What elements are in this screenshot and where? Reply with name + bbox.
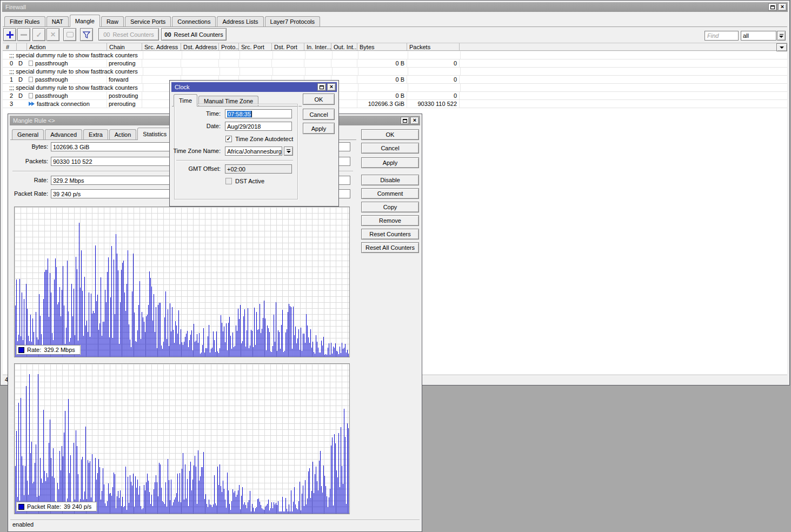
column-header-in-interface[interactable]: In. Inter...	[304, 43, 331, 50]
apply-button[interactable]: Apply	[361, 157, 419, 168]
dst-active-label: DST Active	[235, 178, 264, 185]
ok-button[interactable]: OK	[361, 129, 419, 140]
funnel-icon	[83, 31, 90, 38]
cancel-button[interactable]: Cancel	[361, 143, 419, 154]
remove-button[interactable]	[17, 28, 30, 41]
cross-icon: ✕	[50, 31, 56, 38]
column-header-src-address[interactable]: Src. Address	[142, 43, 181, 50]
apply-button[interactable]: Apply	[303, 123, 335, 134]
time-field[interactable]: 07:58:35	[225, 109, 292, 118]
filter-dropdown-button[interactable]	[777, 31, 786, 41]
fasttrack-icon	[29, 102, 35, 106]
tab-connections[interactable]: Connections	[172, 16, 216, 26]
time-zone-dropdown-button[interactable]	[284, 147, 293, 156]
rule-packets: 0	[407, 92, 460, 99]
rule-row[interactable]: 1Dpassthroughforward0 B0	[3, 76, 787, 84]
column-header-out-interface[interactable]: Out. Int...	[331, 43, 357, 50]
selected-text: 07:58:35	[227, 111, 251, 117]
column-header-bytes[interactable]: Bytes	[357, 43, 407, 50]
packet-rate-graph-plot	[15, 364, 349, 514]
window-title: Clock	[175, 84, 190, 90]
enable-button[interactable]: ✓	[32, 28, 45, 41]
check-icon: ✓	[36, 31, 42, 39]
add-button[interactable]	[3, 28, 16, 41]
rule-row[interactable]: 3fasttrack connectionprerouting102696.3 …	[3, 100, 787, 108]
tab-time[interactable]: Time	[174, 94, 197, 107]
counters-badge: 00	[164, 31, 171, 38]
rule-bytes: 0 B	[357, 92, 407, 99]
disable-button[interactable]: ✕	[46, 28, 59, 41]
maximize-icon	[403, 119, 407, 123]
minus-icon	[21, 34, 27, 36]
filter-button[interactable]	[80, 28, 93, 41]
maximize-button[interactable]	[317, 83, 326, 91]
comment-row[interactable]: ;;; special dummy rule to show fasttrack…	[3, 84, 787, 92]
find-input[interactable]	[704, 31, 739, 41]
legend-swatch	[18, 347, 24, 353]
rule-packets: 0	[407, 76, 460, 83]
date-field[interactable]: Aug/29/2018	[225, 122, 292, 131]
column-header-flags[interactable]	[17, 43, 27, 50]
column-header-number[interactable]: #	[3, 43, 17, 50]
column-header-dst-address[interactable]: Dst. Address	[181, 43, 219, 50]
disable-button[interactable]: Disable	[361, 175, 419, 185]
tab-raw[interactable]: Raw	[101, 16, 124, 26]
tab-general[interactable]: General	[12, 129, 44, 139]
window-title: Firewall	[5, 4, 26, 10]
rule-action-cell: passthrough	[27, 76, 107, 83]
rule-bytes: 102696.3 GiB	[357, 100, 407, 108]
tab-service-ports[interactable]: Service Ports	[125, 16, 171, 26]
firewall-titlebar[interactable]: Firewall ×	[2, 2, 788, 12]
rule-row[interactable]: 2Dpassthroughpostrouting0 B0	[3, 92, 787, 100]
firewall-tabs: Filter Rules NAT Mangle Raw Service Port…	[3, 14, 787, 27]
reset-all-counters-button[interactable]: 00 Reset All Counters	[161, 28, 227, 41]
maximize-button[interactable]	[768, 3, 777, 11]
time-label: Time:	[176, 109, 221, 118]
maximize-icon	[320, 85, 324, 89]
ok-button[interactable]: OK	[303, 94, 335, 105]
tab-action[interactable]: Action	[109, 129, 137, 139]
maximize-button[interactable]	[401, 117, 409, 124]
column-header-protocol[interactable]: Proto...	[219, 43, 239, 50]
column-select-button[interactable]	[776, 43, 787, 51]
column-header-chain[interactable]: Chain	[107, 43, 142, 50]
comment-row[interactable]: ;;; special dummy rule to show fasttrack…	[3, 51, 787, 59]
tab-mangle[interactable]: Mangle	[70, 15, 100, 27]
comment-row[interactable]: ;;; special dummy rule to show fasttrack…	[3, 68, 787, 76]
column-header-src-port[interactable]: Src. Port	[239, 43, 272, 50]
text-caret	[251, 111, 252, 117]
rate-label: Rate:	[8, 176, 48, 185]
tab-filter-rules[interactable]: Filter Rules	[4, 16, 45, 26]
rule-flag: D	[17, 76, 27, 83]
clock-dialog: Clock × Time Manual Time Zone Time: 07:5…	[169, 80, 339, 207]
tab-nat[interactable]: NAT	[46, 16, 69, 26]
time-zone-autodetect-checkbox[interactable]	[225, 136, 232, 142]
tab-statistics[interactable]: Statistics	[137, 128, 172, 140]
tab-extra[interactable]: Extra	[83, 129, 108, 139]
cancel-button[interactable]: Cancel	[303, 109, 335, 120]
close-button[interactable]: ×	[327, 83, 336, 91]
clock-titlebar[interactable]: Clock ×	[171, 82, 337, 92]
copy-button[interactable]: Copy	[361, 202, 419, 212]
column-header-action[interactable]: Action	[27, 43, 107, 50]
column-header-dst-port[interactable]: Dst. Port	[272, 43, 304, 50]
comment-button[interactable]: Comment	[361, 188, 419, 199]
rate-graph: Rate: 329.2 Mbps	[14, 207, 350, 357]
rule-packets: 90330 110 522	[407, 100, 460, 108]
rule-flag: D	[17, 92, 27, 99]
filter-select[interactable]: all	[741, 31, 776, 41]
reset-all-counters-button[interactable]: Reset All Counters	[361, 242, 419, 253]
tab-advanced[interactable]: Advanced	[45, 129, 82, 139]
remove-button[interactable]: Remove	[361, 215, 419, 226]
comment-button[interactable]	[63, 28, 76, 41]
tab-layer7-protocols[interactable]: Layer7 Protocols	[265, 16, 321, 26]
reset-counters-button[interactable]: Reset Counters	[361, 229, 419, 240]
column-header-packets[interactable]: Packets	[407, 43, 460, 50]
rule-row[interactable]: 0Dpassthroughprerouting0 B0	[3, 59, 787, 68]
dst-active-checkbox[interactable]	[225, 178, 232, 184]
tab-address-lists[interactable]: Address Lists	[217, 16, 263, 26]
time-zone-name-field[interactable]: Africa/Johannesburg	[225, 147, 282, 156]
close-button[interactable]: ×	[410, 117, 419, 124]
close-button[interactable]: ×	[778, 3, 787, 11]
reset-counters-button[interactable]: 00 Reset Counters	[98, 28, 159, 41]
